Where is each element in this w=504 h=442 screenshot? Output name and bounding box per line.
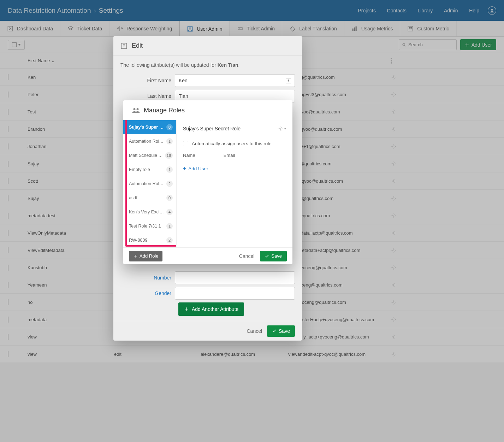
role-count-badge: 0 [166,124,173,130]
plus-icon: + [183,166,186,171]
role-item[interactable]: Test Role 7/31 11 [123,219,176,233]
check-icon [272,329,277,333]
role-count-badge: 16 [165,152,173,159]
plus-icon [133,254,137,258]
role-name: RW-8809 [129,238,147,243]
role-name: Empty role [129,167,150,172]
edit-save-button[interactable]: Save [267,325,295,337]
auto-assign-checkbox[interactable] [183,141,188,146]
add-another-attribute-button[interactable]: Add Another Attribute [178,302,244,316]
add-role-button[interactable]: Add Role [129,251,162,261]
svg-point-34 [280,128,281,129]
button-label: Add Another Attribute [192,306,238,312]
last-name-label: Last Name [120,93,175,99]
role-name: Sujay's Super Secr... [129,125,164,130]
check-icon [265,254,269,258]
roles-list: Sujay's Super Secr...0Automation Role C.… [123,120,177,247]
role-count-badge: 4 [166,209,173,215]
role-name: Test Role 7/31 1 [129,224,161,229]
add-user-to-role-button[interactable]: + Add User [183,166,286,171]
gender-input[interactable] [175,287,295,300]
chevron-down-icon: ▾ [284,127,286,130]
edit-cancel-button[interactable]: Cancel [247,328,262,334]
role-name: Ken's Very Exclusiv... [129,210,164,214]
role-item[interactable]: RW-88092 [123,233,176,247]
column-email: Email [224,153,235,158]
button-label: Add User [188,166,208,171]
role-name: Matt Schedule Tes... [129,153,164,158]
gear-icon [278,126,283,131]
svg-point-32 [134,108,136,110]
role-count-badge: 2 [166,181,173,187]
role-settings-button[interactable]: ▾ [278,126,286,131]
role-count-badge: 1 [166,138,173,145]
svg-point-33 [137,108,139,110]
role-name: asdf [129,195,137,200]
number-label[interactable]: Number [120,275,175,281]
role-item[interactable]: Ken's Very Exclusiv...4 [123,205,176,219]
contact-card-icon: ✶ [286,78,291,83]
role-item[interactable]: Sujay's Super Secr...0 [123,120,176,134]
svg-point-31 [123,44,125,46]
roles-cancel-button[interactable]: Cancel [239,253,255,259]
roles-save-button[interactable]: Save [260,251,287,261]
role-name: Automation Role C... [129,139,164,144]
manage-roles-modal: Manage Roles Sujay's Super Secr...0Autom… [123,100,292,264]
role-item[interactable]: Empty role1 [123,163,176,177]
button-label: Add Role [140,253,158,259]
column-name: Name [183,153,195,158]
role-count-badge: 2 [166,237,173,243]
role-item[interactable]: Matt Schedule Tes...16 [123,148,176,163]
role-item[interactable]: asdf0 [123,191,176,205]
role-count-badge: 1 [166,166,173,173]
svg-rect-30 [121,43,127,48]
role-count-badge: 1 [166,223,173,229]
role-item[interactable]: Automation Role C...1 [123,134,176,148]
plus-icon [184,307,189,312]
gender-label[interactable]: Gender [120,290,175,296]
number-input[interactable] [175,271,295,284]
modal-title: Manage Roles [144,107,185,114]
role-count-badge: 0 [166,195,173,201]
first-name-label: First Name [120,78,175,83]
auto-assign-label: Automatically assign users to this role [192,141,272,146]
modal-intro: The following attribute(s) will be updat… [120,62,295,68]
button-label: Save [271,253,282,259]
users-icon [132,107,140,114]
button-label: Save [279,328,290,334]
selected-role-title: Sujay's Super Secret Role [183,126,241,131]
role-name: Automation Role B... [129,181,164,186]
first-name-input[interactable]: Ken✶ [175,74,295,87]
modal-title: Edit [132,42,143,49]
user-edit-icon [120,42,128,49]
role-item[interactable]: Automation Role B...2 [123,177,176,191]
